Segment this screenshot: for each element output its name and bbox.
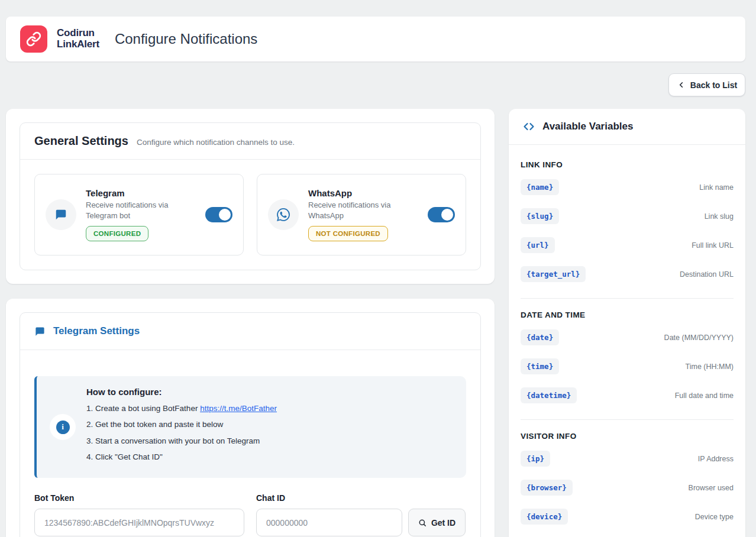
telegram-chat-icon bbox=[34, 326, 46, 337]
howto-step-2: 2. Get the bot token and paste it below bbox=[86, 419, 277, 431]
variable-desc: Link slug bbox=[705, 212, 734, 221]
variable-chip-target-url[interactable]: {target_url} bbox=[521, 266, 586, 282]
botfather-link[interactable]: https://t.me/BotFather bbox=[200, 404, 277, 413]
general-settings-subtitle: Configure which notification channels to… bbox=[137, 138, 295, 147]
variable-chip-name[interactable]: {name} bbox=[521, 179, 559, 195]
variable-row: {browser} Browser used bbox=[521, 473, 734, 502]
variable-desc: Full link URL bbox=[692, 241, 734, 250]
info-icon: i bbox=[56, 420, 70, 434]
chevron-left-icon bbox=[677, 80, 686, 89]
variable-row: {device} Device type bbox=[521, 502, 734, 531]
general-settings-header: General Settings Configure which notific… bbox=[20, 123, 480, 160]
howto-info-box: i How to configure: 1. Create a bot usin… bbox=[34, 376, 466, 478]
section-title-visitor-info: VISITOR INFO bbox=[521, 432, 734, 441]
page-title: Configure Notifications bbox=[115, 31, 257, 47]
variable-chip-browser[interactable]: {browser} bbox=[521, 480, 573, 496]
variable-chip-slug[interactable]: {slug} bbox=[521, 208, 559, 224]
general-settings-title: General Settings bbox=[34, 134, 128, 148]
app-logo bbox=[20, 25, 47, 53]
code-icon bbox=[523, 121, 535, 132]
howto-step-4: 4. Click "Get Chat ID" bbox=[86, 451, 277, 463]
howto-title: How to configure: bbox=[86, 387, 277, 397]
variable-row: {date} Date (MM/DD/YYYY) bbox=[521, 323, 734, 352]
general-settings-card: General Settings Configure which notific… bbox=[6, 109, 495, 284]
available-variables-title: Available Variables bbox=[542, 121, 633, 132]
variable-chip-ip[interactable]: {ip} bbox=[521, 451, 550, 467]
variable-chip-url[interactable]: {url} bbox=[521, 237, 555, 253]
variable-row: {ip} IP Address bbox=[521, 444, 734, 473]
brand-name: Codirun LinkAlert bbox=[57, 28, 99, 50]
variable-desc: Full date and time bbox=[675, 392, 734, 400]
telegram-settings-header: Telegram Settings bbox=[20, 313, 480, 350]
whatsapp-avatar bbox=[268, 199, 299, 230]
variable-row: {name} Link name bbox=[521, 173, 734, 202]
variable-row: {url} Full link URL bbox=[521, 231, 734, 260]
chat-id-field-group: Chat ID Get ID bbox=[256, 493, 466, 537]
variable-row: {time} Time (HH:MM) bbox=[521, 352, 734, 381]
link-icon bbox=[26, 31, 41, 47]
info-icon-circle: i bbox=[50, 414, 76, 440]
telegram-chat-icon bbox=[54, 208, 67, 221]
variable-desc: Link name bbox=[699, 183, 734, 192]
whatsapp-status-badge: NOT CONFIGURED bbox=[308, 226, 388, 241]
howto-step-1: 1. Create a bot using BotFather https://… bbox=[86, 403, 277, 415]
app-header: Codirun LinkAlert Configure Notification… bbox=[6, 17, 745, 62]
whatsapp-channel-card: WhatsApp Receive notifications via Whats… bbox=[257, 174, 466, 255]
chat-id-label: Chat ID bbox=[256, 493, 466, 503]
howto-step-3: 3. Start a conversation with your bot on… bbox=[86, 435, 277, 447]
section-divider bbox=[521, 419, 734, 420]
variable-desc: IP Address bbox=[698, 455, 734, 463]
variable-chip-datetime[interactable]: {datetime} bbox=[521, 387, 577, 403]
section-divider bbox=[521, 298, 734, 299]
telegram-status-badge: CONFIGURED bbox=[86, 226, 148, 241]
telegram-channel-title: Telegram bbox=[86, 188, 196, 198]
bot-token-label: Bot Token bbox=[34, 493, 244, 503]
whatsapp-channel-title: WhatsApp bbox=[308, 188, 418, 198]
variable-chip-device[interactable]: {device} bbox=[521, 509, 568, 525]
back-to-list-button[interactable]: Back to List bbox=[668, 73, 745, 96]
variable-row: {datetime} Full date and time bbox=[521, 381, 734, 410]
variable-desc: Destination URL bbox=[680, 270, 734, 279]
variable-chip-time[interactable]: {time} bbox=[521, 358, 559, 374]
telegram-settings-card: Telegram Settings i How to configure: 1.… bbox=[6, 299, 495, 537]
bot-token-field-group: Bot Token Token provided by BotFather bbox=[34, 493, 244, 537]
telegram-channel-card: Telegram Receive notifications via Teleg… bbox=[34, 174, 244, 255]
main-column: General Settings Configure which notific… bbox=[6, 109, 495, 537]
available-variables-header: Available Variables bbox=[509, 109, 745, 145]
section-title-date-time: DATE AND TIME bbox=[521, 310, 734, 319]
telegram-toggle[interactable] bbox=[205, 207, 232, 222]
variable-row: {target_url} Destination URL bbox=[521, 260, 734, 289]
whatsapp-channel-description: Receive notifications via WhatsApp bbox=[308, 200, 406, 221]
search-icon bbox=[418, 519, 427, 527]
whatsapp-toggle[interactable] bbox=[428, 207, 455, 222]
telegram-channel-description: Receive notifications via Telegram bot bbox=[86, 200, 183, 221]
variable-desc: Time (HH:MM) bbox=[686, 363, 734, 371]
bot-token-input[interactable] bbox=[34, 509, 244, 536]
variable-chip-date[interactable]: {date} bbox=[521, 329, 559, 345]
whatsapp-icon bbox=[277, 208, 290, 221]
get-id-button[interactable]: Get ID bbox=[408, 509, 466, 536]
telegram-avatar bbox=[46, 199, 76, 230]
telegram-settings-title: Telegram Settings bbox=[53, 325, 140, 337]
chat-id-input[interactable] bbox=[256, 509, 402, 536]
available-variables-panel[interactable]: Available Variables LINK INFO {name} Lin… bbox=[509, 109, 745, 537]
variable-desc: Date (MM/DD/YYYY) bbox=[664, 334, 734, 342]
section-title-link-info: LINK INFO bbox=[521, 160, 734, 169]
variable-desc: Browser used bbox=[689, 484, 734, 492]
variable-desc: Device type bbox=[695, 513, 734, 521]
variable-row: {slug} Link slug bbox=[521, 202, 734, 231]
